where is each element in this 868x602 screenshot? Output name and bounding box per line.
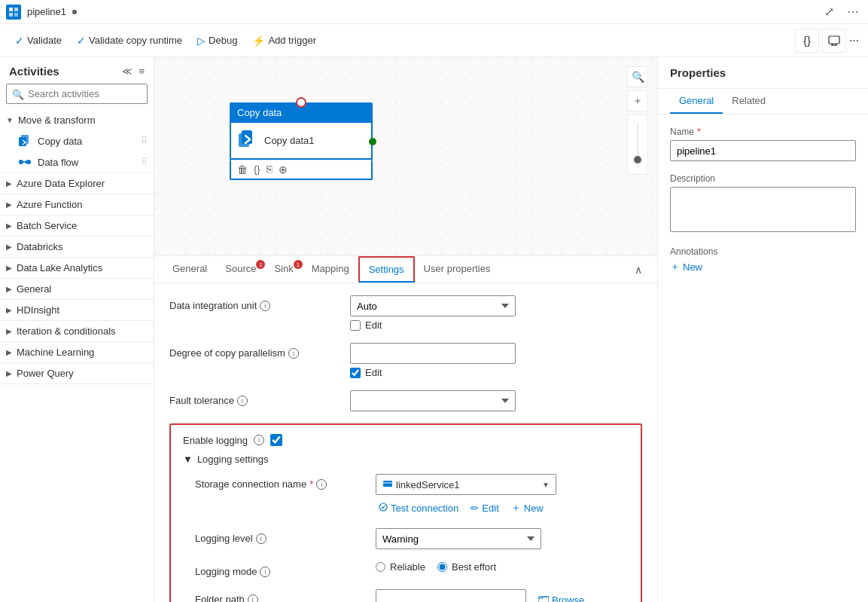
description-field: Description	[670, 173, 856, 234]
prop-tab-related[interactable]: Related	[723, 89, 775, 114]
info-icon[interactable]: i	[248, 594, 258, 603]
edit-link-service-button[interactable]: ✏ Edit	[468, 501, 501, 515]
best-effort-radio[interactable]	[437, 562, 447, 572]
degree-edit-checkbox[interactable]	[350, 368, 361, 378]
info-icon[interactable]: i	[260, 301, 270, 311]
prop-tab-general[interactable]: General	[670, 89, 723, 114]
activity-node-toolbar: 🗑 {} ⎘ ⊕	[230, 160, 373, 180]
section-azure-function-header[interactable]: ▶ Azure Function	[0, 194, 154, 215]
info-icon[interactable]: i	[237, 396, 248, 406]
section-hdinsight: ▶ HDInsight	[0, 300, 154, 321]
tab-sink[interactable]: Sink 1	[265, 257, 302, 282]
activity-node-name: Copy data1	[264, 135, 315, 146]
info-icon[interactable]: i	[256, 533, 266, 544]
chevron-down-icon: ▼	[6, 116, 14, 124]
section-general-header[interactable]: ▶ General	[0, 279, 154, 299]
minimize-button[interactable]: ⤢	[820, 3, 838, 21]
code-view-button[interactable]: {}	[795, 29, 819, 53]
section-data-lake-analytics-header[interactable]: ▶ Data Lake Analytics	[0, 258, 154, 278]
reliable-option[interactable]: Reliable	[376, 561, 425, 573]
connect-icon[interactable]: ⊕	[279, 163, 288, 176]
section-azure-data-explorer: ▶ Azure Data Explorer	[0, 173, 154, 194]
info-icon[interactable]: i	[260, 567, 270, 577]
chevron-right-icon: ▶	[6, 369, 12, 377]
activity-item-data-flow[interactable]: Data flow ⠿	[0, 151, 154, 173]
storage-connection-select[interactable]: linkedService1 ▼	[376, 474, 556, 495]
section-databricks: ▶ Databricks	[0, 237, 154, 258]
validate-button[interactable]: ✓ Validate	[9, 32, 68, 50]
debug-button[interactable]: ▷ Debug	[191, 32, 243, 50]
best-effort-option[interactable]: Best effort	[437, 561, 496, 573]
section-databricks-header[interactable]: ▶ Databricks	[0, 237, 154, 257]
browse-icon	[538, 594, 549, 603]
degree-parallelism-input[interactable]	[350, 343, 516, 364]
copy-icon[interactable]: ⎘	[266, 163, 273, 176]
activity-item-copy-data[interactable]: Copy data ⠿	[0, 130, 154, 151]
code-icon[interactable]: {}	[254, 163, 260, 176]
activity-node-copy-data[interactable]: Copy data Copy data1 🗑 {} ⎘	[230, 102, 373, 180]
fault-tolerance-control	[350, 390, 642, 411]
data-integration-edit-checkbox[interactable]	[350, 320, 361, 331]
validate-copy-button[interactable]: ✓ Validate copy runtime	[71, 32, 188, 50]
pipeline-canvas[interactable]: Copy data Copy data1 🗑 {} ⎘	[154, 57, 657, 255]
section-label: Power Query	[17, 368, 74, 379]
folder-path-input[interactable]	[376, 589, 526, 602]
reliable-radio[interactable]	[376, 562, 385, 572]
chevron-right-icon: ▶	[6, 243, 12, 251]
filter-icon[interactable]: ≡	[139, 66, 145, 77]
info-icon[interactable]: i	[316, 479, 327, 490]
section-azure-data-explorer-header[interactable]: ▶ Azure Data Explorer	[0, 173, 154, 194]
more-options-button[interactable]: ⋯	[844, 3, 862, 21]
tab-mapping[interactable]: Mapping	[303, 257, 358, 282]
section-iteration-conditionals-header[interactable]: ▶ Iteration & conditionals	[0, 321, 154, 341]
monitor-button[interactable]	[822, 29, 846, 53]
zoom-in-button[interactable]: ＋	[627, 90, 648, 112]
new-annotation-button[interactable]: ＋ New	[670, 260, 702, 273]
section-label: General	[17, 283, 51, 295]
collapse-panel-button[interactable]: ∧	[629, 261, 648, 279]
new-link-service-button[interactable]: ＋ New	[508, 500, 547, 516]
chevron-right-icon: ▶	[6, 306, 12, 314]
trigger-icon: ⚡	[252, 35, 265, 47]
test-connection-button[interactable]: Test connection	[376, 501, 461, 515]
logging-level-select[interactable]: Warning Info Error	[376, 528, 541, 549]
add-trigger-button[interactable]: ⚡ Add trigger	[246, 32, 322, 50]
section-iteration-conditionals: ▶ Iteration & conditionals	[0, 321, 154, 342]
section-move-transform-header[interactable]: ▼ Move & transform	[0, 110, 154, 130]
svg-rect-1	[14, 8, 18, 11]
svg-rect-17	[383, 481, 392, 487]
tab-user-properties[interactable]: User properties	[415, 257, 500, 282]
edit-label: Edit	[365, 367, 382, 378]
pipeline-name-input[interactable]	[670, 140, 856, 161]
more-toolbar-button[interactable]: ⋯	[849, 35, 859, 46]
description-textarea[interactable]	[670, 187, 856, 232]
fault-tolerance-select[interactable]	[350, 390, 516, 411]
section-power-query-header[interactable]: ▶ Power Query	[0, 363, 154, 384]
tab-source[interactable]: Source 1	[216, 257, 265, 282]
delete-icon[interactable]: 🗑	[237, 163, 248, 176]
search-box: 🔍	[6, 84, 148, 104]
properties-tabs: General Related	[658, 89, 868, 115]
tab-settings[interactable]: Settings	[358, 256, 415, 283]
chevron-right-icon: ▶	[6, 179, 12, 188]
data-integration-select[interactable]: Auto 2 4 8	[350, 295, 516, 316]
info-icon[interactable]: i	[288, 348, 299, 359]
search-input[interactable]	[6, 84, 148, 104]
info-icon[interactable]: i	[254, 435, 264, 445]
zoom-slider[interactable]	[627, 115, 648, 175]
properties-body: Name * Description Annotations ＋ New	[658, 115, 868, 602]
section-machine-learning: ▶ Machine Learning	[0, 342, 154, 363]
enable-logging-checkbox[interactable]	[270, 434, 282, 446]
search-canvas-button[interactable]: 🔍	[627, 66, 648, 87]
collapse-left-icon[interactable]: ≪	[122, 66, 132, 77]
logging-settings-label: Logging settings	[197, 454, 269, 465]
drag-handle[interactable]: ⠿	[141, 136, 148, 146]
drag-handle[interactable]: ⠿	[141, 157, 148, 167]
browse-button[interactable]: Browse	[532, 591, 590, 603]
section-batch-service-header[interactable]: ▶ Batch Service	[0, 215, 154, 236]
degree-parallelism-row: Degree of copy parallelism i Edit	[169, 343, 642, 378]
section-hdinsight-header[interactable]: ▶ HDInsight	[0, 300, 154, 320]
section-machine-learning-header[interactable]: ▶ Machine Learning	[0, 342, 154, 362]
degree-parallelism-control: Edit	[350, 343, 642, 378]
tab-general[interactable]: General	[163, 257, 216, 282]
